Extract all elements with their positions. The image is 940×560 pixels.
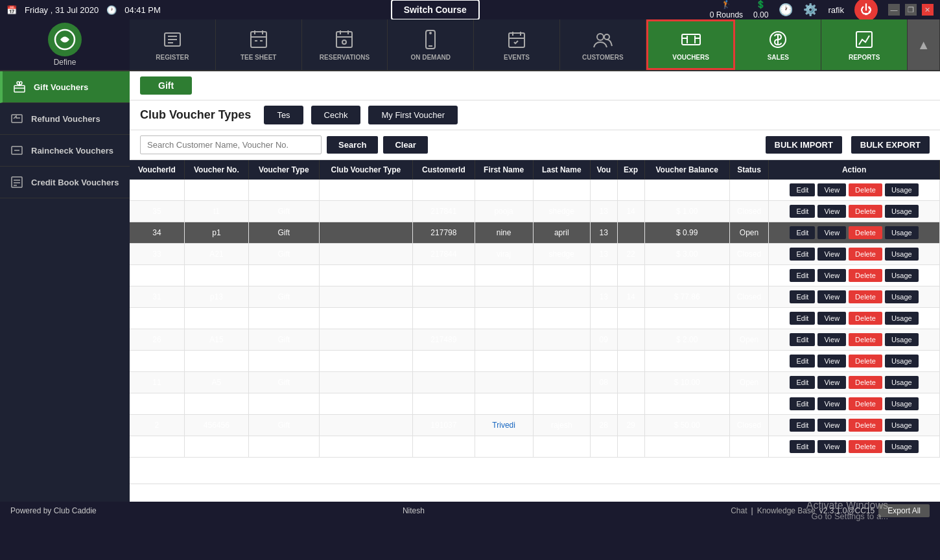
table-cell: 13123 [413, 436, 475, 458]
view-button[interactable]: View [817, 419, 846, 432]
nav-scroll-up[interactable]: ▲ [908, 19, 940, 70]
delete-button[interactable]: Delete [849, 290, 882, 303]
knowledge-base-link[interactable]: Knowledge Base [757, 506, 816, 515]
view-button[interactable]: View [817, 312, 846, 325]
usage-button[interactable]: Usage [885, 183, 919, 196]
nav-item-sales[interactable]: SALES [735, 19, 821, 70]
usage-button[interactable]: Usage [885, 312, 919, 325]
power-button[interactable]: ⏻ [854, 0, 878, 21]
table-row: 33A21Gift217844virajshedge1322$ 3.00Clos… [130, 244, 940, 265]
edit-button[interactable]: Edit [790, 269, 815, 282]
sidebar-item-gift-vouchers[interactable]: Gift Vouchers [0, 71, 130, 103]
nav-item-vouchers[interactable]: VOUCHERS [646, 19, 736, 70]
delete-button[interactable]: Delete [849, 440, 882, 453]
table-cell [319, 372, 413, 393]
restore-button[interactable]: ❐ [905, 4, 917, 16]
table-cell: Closed [729, 351, 768, 372]
bulk-import-button[interactable]: BULK IMPORT [766, 136, 842, 154]
first-name-link[interactable]: Trivedi [492, 421, 515, 430]
usage-button[interactable]: Usage [885, 205, 919, 218]
view-button[interactable]: View [817, 290, 846, 303]
minimize-button[interactable]: — [888, 4, 900, 16]
type-btn-my-first-voucher[interactable]: My First Voucher [368, 106, 458, 124]
view-button[interactable]: View [817, 226, 846, 239]
nav-item-reports[interactable]: REPORTS [821, 19, 908, 70]
sidebar-item-credit-book-vouchers[interactable]: Credit Book Vouchers [0, 167, 130, 198]
nav-item-customers[interactable]: CUSTOMERS [560, 19, 646, 70]
table-cell: A17 [184, 308, 248, 329]
edit-button[interactable]: Edit [790, 183, 815, 196]
search-input[interactable] [140, 135, 322, 154]
edit-button[interactable]: Edit [790, 226, 815, 239]
usage-button[interactable]: Usage [885, 440, 919, 453]
switch-course-button[interactable]: Switch Course [391, 0, 480, 20]
table-cell: 28 [130, 308, 184, 329]
nav-item-on-demand[interactable]: ON DEMAND [388, 19, 474, 70]
search-button[interactable]: Search [327, 136, 378, 154]
usage-button[interactable]: Usage [885, 355, 919, 368]
edit-button[interactable]: Edit [790, 419, 815, 432]
usage-button[interactable]: Usage [885, 419, 919, 432]
edit-button[interactable]: Edit [790, 205, 815, 218]
delete-button[interactable]: Delete [849, 183, 882, 196]
table-row: 28A17Gift217788vrushpratik0930$ 9.99Clos… [130, 308, 940, 329]
edit-button[interactable]: Edit [790, 312, 815, 325]
edit-button[interactable]: Edit [790, 376, 815, 389]
delete-button[interactable]: Delete [849, 355, 882, 368]
view-button[interactable]: View [817, 376, 846, 389]
usage-button[interactable]: Usage [885, 226, 919, 239]
delete-button[interactable]: Delete [849, 269, 882, 282]
table-row: 36e1Gift217841pooja123shedge1316$ 0.01Cl… [130, 180, 940, 201]
edit-button[interactable]: Edit [790, 440, 815, 453]
usage-button[interactable]: Usage [885, 397, 919, 410]
table-cell [413, 372, 475, 393]
delete-button[interactable]: Delete [849, 397, 882, 410]
edit-button[interactable]: Edit [790, 397, 815, 410]
usage-button[interactable]: Usage [885, 376, 919, 389]
usage-button[interactable]: Usage [885, 290, 919, 303]
view-button[interactable]: View [817, 205, 846, 218]
nav-item-register[interactable]: REGISTER [130, 19, 216, 70]
view-button[interactable]: View [817, 269, 846, 282]
bulk-export-button[interactable]: BULK EXPORT [851, 136, 930, 154]
table-cell: 31 [130, 286, 184, 308]
edit-button[interactable]: Edit [790, 248, 815, 261]
view-button[interactable]: View [817, 333, 846, 346]
view-button[interactable]: View [817, 397, 846, 410]
nav-item-tee-sheet[interactable]: TEE SHEET [216, 19, 302, 70]
gift-button[interactable]: Gift [140, 76, 192, 95]
edit-button[interactable]: Edit [790, 290, 815, 303]
delete-button[interactable]: Delete [849, 226, 882, 239]
delete-button[interactable]: Delete [849, 419, 882, 432]
delete-button[interactable]: Delete [849, 333, 882, 346]
usage-button[interactable]: Usage [885, 269, 919, 282]
table-cell: Closed [729, 180, 768, 201]
close-button[interactable]: ✕ [922, 4, 934, 16]
table-cell: Open [729, 265, 768, 286]
sidebar-item-raincheck-vouchers[interactable]: Raincheck Vouchers [0, 135, 130, 167]
edit-button[interactable]: Edit [790, 333, 815, 346]
delete-button[interactable]: Delete [849, 248, 882, 261]
usage-button[interactable]: Usage [885, 248, 919, 261]
export-all-button[interactable]: Export All [878, 504, 930, 517]
table-cell: $ 10.00 [644, 372, 729, 393]
view-button[interactable]: View [817, 183, 846, 196]
type-btn-tes[interactable]: Tes [264, 106, 303, 124]
clear-button[interactable]: Clear [383, 136, 428, 154]
delete-button[interactable]: Delete [849, 205, 882, 218]
type-btn-cechk[interactable]: Cechk [311, 106, 361, 124]
view-button[interactable]: View [817, 355, 846, 368]
nav-item-reservations[interactable]: RESERVATIONS [302, 19, 388, 70]
table-cell: Closed [729, 415, 768, 436]
usage-button[interactable]: Usage [885, 333, 919, 346]
delete-button[interactable]: Delete [849, 376, 882, 389]
sidebar-item-refund-vouchers[interactable]: Refund Vouchers [0, 103, 130, 135]
settings-icon[interactable]: ⚙️ [803, 3, 817, 17]
history-icon[interactable]: 🕐 [779, 3, 793, 17]
view-button[interactable]: View [817, 440, 846, 453]
delete-button[interactable]: Delete [849, 312, 882, 325]
nav-item-events[interactable]: EVENTS [474, 19, 560, 70]
edit-button[interactable]: Edit [790, 355, 815, 368]
view-button[interactable]: View [817, 248, 846, 261]
chat-link[interactable]: Chat [731, 506, 747, 515]
